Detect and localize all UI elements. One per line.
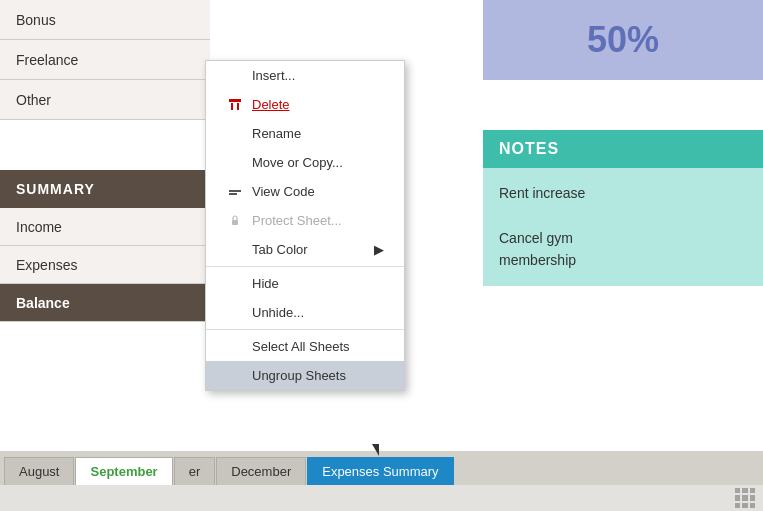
menu-protect-sheet: Protect Sheet... [206, 206, 404, 235]
menu-select-all-sheets[interactable]: Select All Sheets [206, 332, 404, 361]
tab-september[interactable]: September [75, 457, 172, 485]
status-bar [0, 485, 763, 511]
right-panel: 50% NOTES Rent increase Cancel gymmember… [483, 0, 763, 440]
percent-box: 50% [483, 0, 763, 80]
menu-insert[interactable]: Insert... [206, 61, 404, 90]
percent-value: 50% [587, 19, 659, 61]
summary-income-row: Income [0, 208, 210, 246]
menu-move-copy[interactable]: Move or Copy... [206, 148, 404, 177]
menu-separator-2 [206, 329, 404, 330]
tab-august[interactable]: August [4, 457, 74, 485]
svg-rect-0 [229, 99, 241, 102]
notes-content: Rent increase Cancel gymmembership [483, 168, 763, 286]
submenu-arrow-icon: ▶ [374, 242, 384, 257]
menu-tab-color[interactable]: Tab Color ▶ [206, 235, 404, 264]
svg-rect-5 [232, 220, 238, 225]
menu-ungroup-sheets[interactable]: Ungroup Sheets [206, 361, 404, 390]
svg-rect-4 [229, 193, 237, 195]
menu-delete[interactable]: Delete [206, 90, 404, 119]
notes-header: NOTES [483, 130, 763, 168]
bonus-label: Bonus [16, 12, 56, 28]
menu-hide[interactable]: Hide [206, 269, 404, 298]
protect-icon [226, 214, 244, 228]
row-freelance: Freelance [0, 40, 210, 80]
svg-rect-1 [231, 103, 233, 110]
tab-expenses-summary[interactable]: Expenses Summary [307, 457, 453, 485]
grid-view-icon[interactable] [735, 488, 755, 508]
summary-section: SUMMARY Income Expenses Balance [0, 170, 210, 322]
other-label: Other [16, 92, 51, 108]
freelance-label: Freelance [16, 52, 78, 68]
row-other: Other [0, 80, 210, 120]
row-bonus: Bonus [0, 0, 210, 40]
menu-rename[interactable]: Rename [206, 119, 404, 148]
summary-header: SUMMARY [0, 170, 210, 208]
tab-october[interactable]: er [174, 457, 216, 485]
svg-rect-2 [237, 103, 239, 110]
svg-rect-3 [229, 190, 241, 192]
menu-view-code[interactable]: View Code [206, 177, 404, 206]
note-1: Rent increase [499, 182, 747, 204]
tab-bar: August September er December Expenses Su… [0, 451, 763, 485]
menu-separator-1 [206, 266, 404, 267]
summary-balance-row: Balance [0, 284, 210, 322]
summary-expenses-row: Expenses [0, 246, 210, 284]
tab-december[interactable]: December [216, 457, 306, 485]
delete-icon [226, 98, 244, 112]
code-icon [226, 185, 244, 199]
context-menu: Insert... Delete Rename Move or Copy... … [205, 60, 405, 391]
note-2: Cancel gymmembership [499, 227, 747, 272]
menu-unhide[interactable]: Unhide... [206, 298, 404, 327]
notes-box: NOTES Rent increase Cancel gymmembership [483, 130, 763, 286]
mouse-cursor [372, 444, 379, 456]
